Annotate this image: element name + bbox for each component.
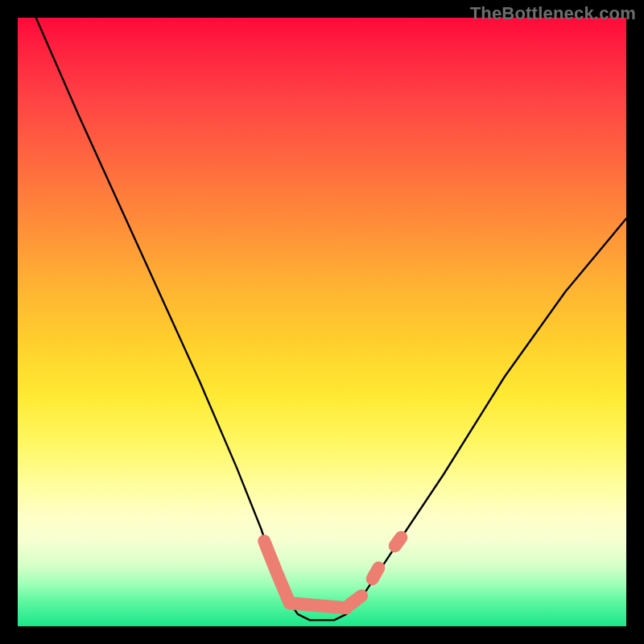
gradient-plot-area <box>18 18 626 626</box>
highlight-segment <box>349 596 361 605</box>
chart-svg <box>18 18 626 626</box>
highlight-segment <box>395 538 402 547</box>
highlight-segment <box>290 603 346 608</box>
curve-line <box>36 18 626 620</box>
highlight-segment <box>264 541 276 572</box>
highlight-segment <box>278 575 289 601</box>
highlight-segment <box>373 568 379 579</box>
